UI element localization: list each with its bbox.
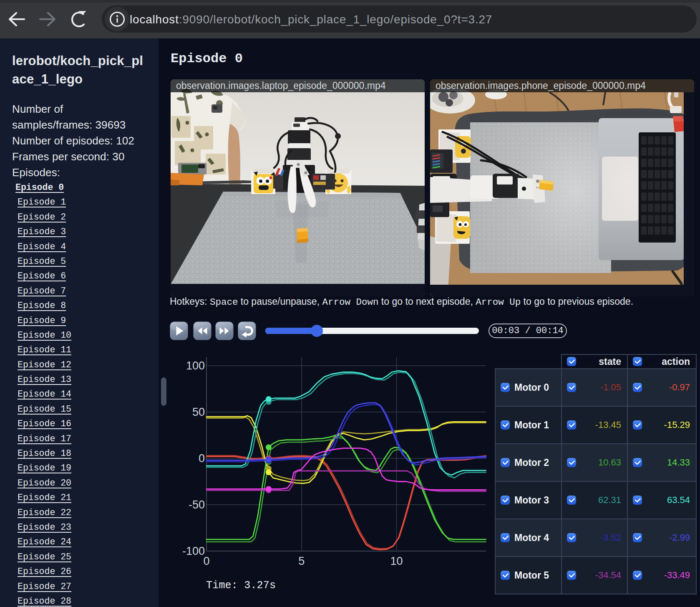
svg-text:100: 100 xyxy=(186,359,205,372)
svg-text:0: 0 xyxy=(203,555,209,567)
svg-text:5: 5 xyxy=(298,555,305,567)
svg-text:-50: -50 xyxy=(189,498,205,511)
svg-text:-100: -100 xyxy=(182,545,205,557)
svg-text:0: 0 xyxy=(199,452,205,465)
svg-text:observation.images.phone_episo: observation.images.phone_episode_000000.… xyxy=(436,80,646,91)
svg-text:observation.images.laptop_epis: observation.images.laptop_episode_000000… xyxy=(176,80,386,91)
svg-text:50: 50 xyxy=(192,406,205,418)
svg-text:10: 10 xyxy=(390,555,403,567)
